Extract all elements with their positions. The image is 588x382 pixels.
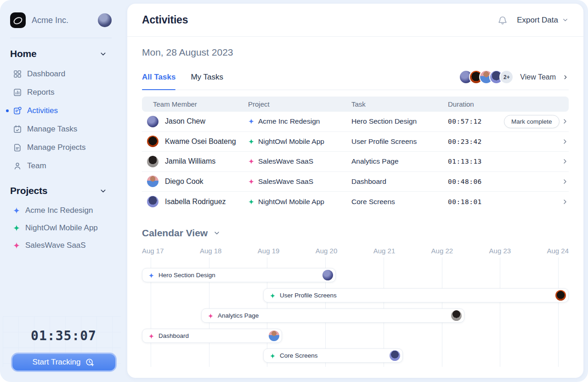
action-cell: Mark complete (504, 115, 554, 128)
sidebar-item-label: Team (27, 161, 46, 171)
topbar: Activities Export Data (127, 4, 583, 37)
export-data-button[interactable]: Export Data (517, 16, 569, 25)
member-name: Jamila Williams (165, 157, 215, 165)
sparkle-icon (208, 313, 214, 319)
sparkle-icon (270, 292, 276, 298)
gantt-bar-user-profile-screens[interactable]: User Profile Screens (263, 288, 569, 302)
duration-cell: 00:18:01 (448, 198, 504, 205)
sidebar-item-activities[interactable]: Activities (0, 102, 127, 120)
date-label: Aug 18 (200, 247, 222, 255)
sparkle-icon (248, 138, 254, 145)
sparkle-icon (13, 242, 20, 249)
calendar-view-header[interactable]: Calendar View (142, 228, 569, 239)
gantt-bar-hero-section-design[interactable]: Hero Section Design (142, 268, 336, 282)
sparkle-icon (270, 353, 276, 359)
gantt-bar-label: Core Screens (280, 352, 318, 359)
start-tracking-label: Start Tracking (33, 358, 81, 367)
project-cell: SalesWave SaaS (248, 177, 351, 186)
sidebar-project-acme-inc-redesign[interactable]: Acme Inc Redesign (0, 202, 127, 219)
mark-complete-button[interactable]: Mark complete (504, 115, 560, 128)
tabs: All TasksMy Tasks (142, 69, 223, 90)
task-cell: User Profile Screens (351, 137, 448, 146)
chevron-down-icon (562, 17, 569, 23)
sparkle-icon (248, 199, 254, 205)
chevron-right-icon[interactable] (562, 74, 569, 80)
user-avatar[interactable] (98, 13, 112, 27)
date-label: Aug 20 (316, 247, 338, 255)
home-section-header[interactable]: Home (0, 38, 127, 65)
assignee-avatar (555, 290, 566, 301)
activities-table: Team MemberProjectTaskDuration Jason Che… (142, 97, 569, 212)
project-cell: SalesWave SaaS (248, 157, 351, 165)
table-row[interactable]: Kwame Osei Boateng NightOwl Mobile App U… (142, 132, 569, 152)
task-cell: Hero Section Design (351, 117, 448, 125)
sparkle-icon (148, 272, 154, 278)
assignee-avatar (390, 350, 400, 361)
table-row[interactable]: Jason Chew Acme Inc Redesign Hero Sectio… (142, 112, 569, 132)
project-name: NightOwl Mobile App (258, 137, 324, 146)
sidebar-item-manage-tasks[interactable]: Manage Tasks (0, 120, 127, 138)
start-tracking-button[interactable]: Start Tracking (11, 353, 117, 372)
sidebar-item-dashboard[interactable]: Dashboard (0, 65, 127, 83)
gantt-bar-core-screens[interactable]: Core Screens (263, 348, 403, 363)
date-label: Aug 19 (258, 247, 280, 255)
row-chevron[interactable] (554, 118, 569, 125)
projects-section-header[interactable]: Projects (0, 175, 127, 202)
duration-cell: 00:48:06 (448, 178, 504, 185)
time-tracker: 01:35:07 Start Tracking (0, 328, 127, 372)
gantt-bar-label: Dashboard (158, 332, 189, 339)
view-team-link[interactable]: View Team (520, 73, 556, 81)
sidebar-project-nightowl-mobile-app[interactable]: NightOwl Mobile App (0, 219, 127, 237)
gridline (558, 257, 559, 367)
chevron-down-icon (99, 50, 107, 58)
row-chevron[interactable] (554, 158, 569, 165)
sidebar-item-label: Dashboard (27, 69, 65, 79)
gantt-bar-dashboard[interactable]: Dashboard (142, 329, 282, 343)
member-avatar (147, 136, 158, 147)
project-name: SalesWave SaaS (258, 157, 313, 165)
date-label: Aug 23 (489, 247, 511, 255)
table-row[interactable]: Diego Cook SalesWave SaaS Dashboard 00:4… (142, 172, 569, 192)
tab-all-tasks[interactable]: All Tasks (142, 69, 175, 90)
member-name: Isabella Rodriguez (165, 198, 226, 206)
row-chevron[interactable] (554, 138, 569, 145)
table-row[interactable]: Jamila Williams SalesWave SaaS Analytics… (142, 152, 569, 172)
project-label: SalesWave SaaS (25, 241, 86, 250)
row-chevron[interactable] (554, 178, 569, 185)
gantt-bar-analytics-page[interactable]: Analytics Page (201, 308, 464, 323)
member-avatar (147, 196, 158, 207)
sidebar: Acme Inc. Home Dashboard Reports Activit… (0, 0, 127, 382)
date-label: Aug 17 (142, 247, 164, 255)
manage-projects-icon (13, 143, 22, 152)
team-overflow-badge: 2+ (499, 70, 514, 84)
export-data-label: Export Data (517, 16, 558, 25)
home-section-label: Home (10, 48, 37, 59)
topbar-actions: Export Data (498, 15, 569, 25)
assignee-avatar (451, 310, 462, 321)
duration-cell: 00:57:12 (448, 118, 504, 125)
sidebar-item-team[interactable]: Team (0, 157, 127, 175)
project-name: Acme Inc Redesign (258, 117, 320, 125)
main-content: Mon, 28 August 2023 All TasksMy Tasks 2+… (127, 47, 583, 371)
sidebar-project-saleswave-saas[interactable]: SalesWave SaaS (0, 237, 127, 254)
project-cell: NightOwl Mobile App (248, 198, 351, 206)
sidebar-item-manage-projects[interactable]: Manage Projects (0, 138, 127, 157)
member-cell: Isabella Rodriguez (142, 196, 248, 207)
bell-icon[interactable] (498, 15, 508, 25)
org-row: Acme Inc. (0, 0, 127, 38)
sidebar-item-label: Manage Projects (27, 143, 86, 152)
date-label: Aug 22 (431, 247, 453, 255)
sidebar-item-reports[interactable]: Reports (0, 83, 127, 102)
date-label: Aug 21 (373, 247, 396, 255)
activities-icon (13, 106, 22, 115)
row-chevron[interactable] (554, 198, 569, 205)
table-row[interactable]: Isabella Rodriguez NightOwl Mobile App C… (142, 192, 569, 212)
tab-my-tasks[interactable]: My Tasks (191, 69, 223, 90)
date-heading: Mon, 28 August 2023 (142, 47, 569, 58)
dashboard-icon (13, 69, 22, 79)
calendar-view-title: Calendar View (142, 228, 208, 239)
member-name: Diego Cook (165, 177, 204, 186)
assignee-avatar (322, 270, 333, 280)
project-label: NightOwl Mobile App (25, 223, 98, 233)
duration-cell: 01:13:13 (448, 158, 504, 165)
